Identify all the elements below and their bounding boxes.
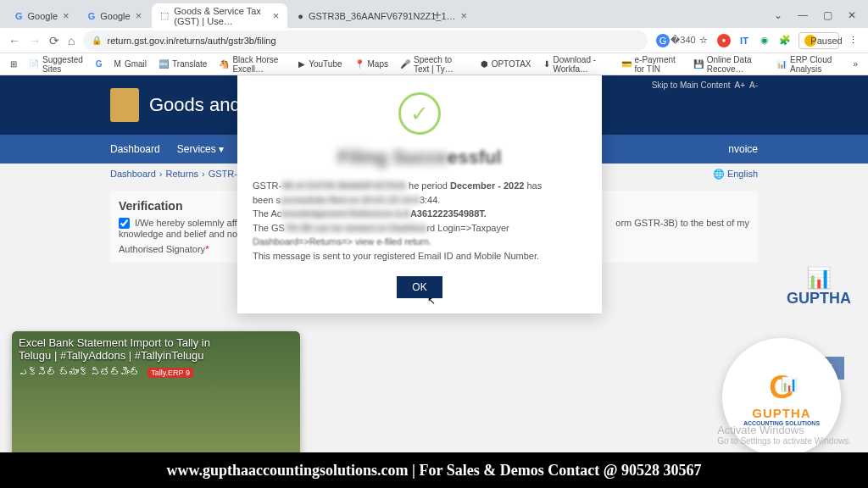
language-selector[interactable]: 🌐 English — [713, 169, 758, 180]
bookmark-item[interactable]: ⬇ Download - Workfa… — [543, 55, 609, 74]
nav-dashboard[interactable]: Dashboard — [110, 143, 160, 155]
menu-icon[interactable]: ⋮ — [846, 34, 860, 47]
guptha-side-logo: 📊 GUPTHA — [787, 266, 851, 308]
bookmark-item[interactable]: 💳 e-Payment for TIN — [621, 55, 682, 74]
crumb-item[interactable]: Dashboard — [110, 169, 156, 179]
bookmark-item[interactable]: 💾 Online Data Recove… — [693, 55, 765, 74]
footer-banner: www.gupthaaccountingsolutions.com | For … — [0, 452, 868, 488]
cursor-icon: ↖ — [427, 295, 436, 307]
new-tab-button[interactable]: + — [426, 8, 448, 28]
ext-icon[interactable]: IT — [737, 34, 751, 47]
reload-icon[interactable]: ⟳ — [49, 34, 59, 47]
profile-paused[interactable]: Paused — [798, 32, 839, 49]
maximize-icon[interactable]: ▢ — [823, 9, 832, 21]
bookmark-item[interactable]: 🔤 Translate — [159, 59, 207, 69]
puzzle-icon[interactable]: 🧩 — [778, 34, 792, 47]
apps-icon[interactable]: ⊞ — [10, 59, 17, 69]
modal-title: Filing Succeessful — [253, 147, 587, 169]
share-icon[interactable]: �340 — [676, 34, 690, 47]
activate-windows: Activate Windows Go to Settings to activ… — [717, 424, 851, 446]
tab-gst-active[interactable]: ⬚Goods & Service Tax (GST) | Use…× — [152, 3, 287, 28]
ext-icon[interactable]: ◉ — [758, 34, 771, 47]
close-icon[interactable]: × — [273, 9, 280, 22]
bookmark-item[interactable]: 📍 Maps — [354, 59, 388, 69]
bookmark-item[interactable]: 🎤 Speech to Text | Ty… — [400, 55, 469, 74]
tab-gstr3b[interactable]: ●GSTR3B_36AANFV6791N2Z1_1…× — [289, 3, 425, 28]
ext-icon[interactable]: G — [656, 34, 670, 47]
bookmark-item[interactable]: ▶ YouTube — [298, 59, 342, 69]
checkmark-icon: ✓ — [398, 92, 441, 135]
back-icon[interactable]: ← — [8, 34, 20, 47]
star-icon[interactable]: ☆ — [697, 34, 710, 47]
close-icon[interactable]: × — [461, 9, 468, 22]
bookmark-item[interactable]: 📄 Suggested Sites — [29, 55, 84, 74]
close-window-icon[interactable]: ✕ — [848, 9, 856, 21]
close-icon[interactable]: × — [136, 9, 142, 22]
ok-button[interactable]: OK — [397, 276, 442, 298]
thumb-title: Excel Bank Statement Import to Tally inT… — [19, 336, 293, 362]
ext-icon[interactable]: ● — [717, 34, 731, 47]
page-content: Skip to Main Content A+ A- Goods and Ser… — [0, 75, 868, 488]
nav-services[interactable]: Services ▾ — [177, 143, 224, 155]
minimize-icon[interactable]: — — [798, 9, 808, 21]
bookmark-item[interactable]: 🐴 Black Horse Excell… — [219, 55, 287, 74]
modal-body: GSTR-3B of GSTIN 36AANFV6791N he period … — [253, 179, 587, 263]
address-bar: ← → ⟳ ⌂ 🔒return.gst.gov.in/returns/auth/… — [0, 28, 868, 53]
url-input[interactable]: 🔒return.gst.gov.in/returns/auth/gstr3b/f… — [83, 30, 648, 51]
emblem-icon — [110, 88, 139, 122]
bookmark-overflow[interactable]: » — [853, 59, 858, 69]
bookmarks-bar: ⊞ 📄 Suggested Sites G M Gmail 🔤 Translat… — [0, 53, 868, 75]
close-icon[interactable]: × — [63, 9, 70, 22]
success-modal: ✓ Filing Succeessful GSTR-3B of GSTIN 36… — [237, 75, 602, 313]
bookmark-item[interactable]: 📊 ERP Cloud Analysis — [776, 55, 841, 74]
forward-icon[interactable]: → — [29, 34, 41, 47]
chevron-down-icon[interactable]: ⌄ — [774, 9, 782, 21]
tab-google-2[interactable]: GGoogle× — [80, 3, 151, 28]
home-icon[interactable]: ⌂ — [68, 34, 75, 47]
bookmark-item[interactable]: G — [96, 59, 103, 69]
bookmark-item[interactable]: ⬢ OPTOTAX — [481, 59, 531, 69]
nav-invoice[interactable]: nvoice — [728, 143, 758, 155]
crumb-item[interactable]: Returns — [166, 169, 199, 179]
lock-icon: 🔒 — [92, 36, 102, 45]
bookmark-item[interactable]: M Gmail — [114, 59, 147, 69]
tab-google-1[interactable]: GGoogle× — [7, 3, 78, 28]
extensions: G �340 ☆ ● IT ◉ 🧩 Paused ⋮ — [656, 32, 860, 49]
affirm-checkbox[interactable] — [119, 218, 130, 229]
skip-link[interactable]: Skip to Main Content A+ A- — [652, 80, 758, 90]
browser-tabs: GGoogle× GGoogle× ⬚Goods & Service Tax (… — [0, 0, 868, 28]
